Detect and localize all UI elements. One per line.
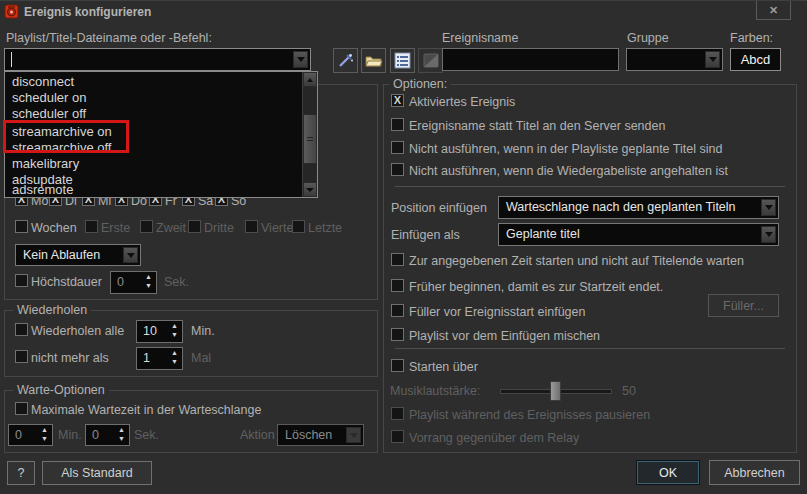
screen-button-disabled [418,48,443,73]
options-group-title: Optionen: [389,77,451,91]
filename-combo[interactable] [4,48,311,71]
start-over-label: Starten über [409,360,478,374]
week-label-2: Zweit [156,221,186,235]
dropdown-item[interactable]: scheduler on [6,90,86,106]
wait-action-value: Löschen [285,428,332,442]
wait-min-unit: Min. [58,428,82,442]
start-earlier-checkbox[interactable]: X [391,279,404,292]
volume-value: 50 [622,384,636,398]
options-divider-1 [395,186,785,187]
dropdown-item[interactable]: disconnect [6,74,74,90]
start-earlier-label: Früher beginnen, damit es zur Startzeit … [409,280,663,294]
position-combo-value: Warteschlange nach den geplanten Titeln [506,200,736,214]
group-combo-arrow[interactable] [705,51,720,68]
spinner-arrows-icon[interactable]: ▲▼ [171,349,178,367]
repeat-every-spinner[interactable]: 10 ▲▼ [136,320,183,343]
position-combo[interactable]: Warteschlange nach den geplanten Titeln [498,196,779,219]
wait-group-title: Warte-Optionen [13,383,109,397]
active-event-checkbox[interactable]: X [391,94,404,107]
group-combo[interactable] [626,48,723,71]
shuffle-checkbox[interactable]: X [391,328,404,341]
volume-label: Musiklautstärke: [390,384,480,398]
playlist-button[interactable] [390,48,415,73]
expire-combo[interactable]: Kein Ablaufen [15,244,141,266]
spinner-arrows-icon[interactable]: ▲▼ [118,426,125,444]
week-label-5: Letzte [308,221,342,235]
week-checkbox-4: X [245,220,258,233]
scrollbar-down-button[interactable] [303,182,317,197]
active-event-label: Aktiviertes Ereignis [409,95,515,109]
start-at-time-checkbox[interactable]: X [391,253,404,266]
scrollbar-thumb[interactable] [303,114,317,164]
repeat-every-label: Wiederholen alle [31,324,124,338]
send-event-name-label: Ereignisname statt Titel an den Server s… [409,119,665,133]
options-divider-2 [395,348,785,349]
filename-combo-arrow[interactable] [293,51,308,68]
weeks-checkbox[interactable]: X [15,220,28,233]
repeat-max-checkbox[interactable]: X [15,350,28,363]
close-button[interactable]: ✕ [756,1,791,20]
week-checkbox-3: X [188,220,201,233]
insert-as-combo-arrow[interactable] [761,226,776,243]
spinner-arrows-icon[interactable]: ▲▼ [145,273,152,291]
skip-if-paused-checkbox[interactable]: X [391,163,404,176]
spinner-arrows-icon[interactable]: ▲▼ [41,426,48,444]
max-duration-spinner[interactable]: 0 ▲▼ [110,271,157,294]
start-at-time-label: Zur angegebenen Zeit starten und nicht a… [409,254,744,268]
position-label: Position einfügen [391,201,487,215]
wait-sec-unit: Sek. [134,428,159,442]
screen-icon [423,53,439,68]
dropdown-scrollbar[interactable] [302,72,317,197]
pause-playlist-checkbox: X [391,407,404,420]
spinner-arrows-icon[interactable]: ▲▼ [171,322,178,340]
colors-label: Farben: [730,31,773,45]
weeks-label: Wochen [31,221,77,235]
ok-button[interactable]: OK [636,460,700,485]
wait-sec-spinner[interactable]: 0 ▲▼ [85,424,130,446]
repeat-every-checkbox[interactable]: X [15,323,28,336]
week-checkbox-2: X [140,220,153,233]
dropdown-item[interactable]: makelibrary [6,156,79,172]
relay-priority-checkbox: X [391,430,404,443]
filename-label: Playlist/Titel-Dateiname oder -Befehl: [6,31,212,45]
group-label: Gruppe [627,31,669,45]
colors-preview-button[interactable]: Abcd [730,48,781,71]
repeat-every-value: 10 [143,324,157,338]
window-title: Ereignis konfigurieren [24,5,151,19]
insert-as-combo[interactable]: Geplante titel [498,223,779,246]
repeat-max-spinner[interactable]: 1 ▲▼ [136,347,183,370]
event-configure-dialog: Ereignis konfigurieren ✕ Playlist/Titel-… [0,0,807,494]
skip-if-scheduled-checkbox[interactable]: X [391,141,404,154]
expire-combo-arrow[interactable] [123,247,138,263]
wait-sec-value: 0 [92,428,99,442]
max-duration-checkbox[interactable]: X [15,274,28,287]
dropdown-item[interactable]: adsremote [6,182,73,198]
cancel-button[interactable]: Abbrechen [709,460,800,485]
insert-as-label: Einfügen als [391,228,460,242]
wand-button[interactable] [333,48,358,73]
wait-min-spinner[interactable]: 0 ▲▼ [8,424,53,446]
wait-action-combo: Löschen [277,424,364,446]
volume-slider-thumb[interactable] [550,381,561,401]
position-combo-arrow[interactable] [761,199,776,216]
help-button[interactable]: ? [7,461,35,485]
playlist-icon [394,52,411,69]
max-wait-checkbox[interactable]: X [15,402,28,415]
start-over-checkbox[interactable]: X [391,359,404,372]
week-checkbox-5: X [292,220,305,233]
filler-checkbox[interactable]: X [391,304,404,317]
folder-button[interactable] [361,48,386,73]
skip-if-scheduled-label: Nicht ausführen, wenn in der Playliste g… [409,142,722,156]
repeat-max-value: 1 [143,351,150,365]
wait-action-label: Aktion [240,428,275,442]
red-highlight-annotation [3,120,129,153]
send-event-name-checkbox[interactable]: X [391,118,404,131]
repeat-group-title: Wiederholen [13,303,91,317]
open-folder-icon [365,53,383,69]
app-speaker-icon [4,4,19,19]
default-button[interactable]: Als Standard [42,461,152,485]
magic-wand-icon [337,52,354,69]
scrollbar-up-button[interactable] [303,72,317,87]
event-name-input[interactable] [442,48,619,71]
max-duration-unit: Sek. [164,275,189,289]
